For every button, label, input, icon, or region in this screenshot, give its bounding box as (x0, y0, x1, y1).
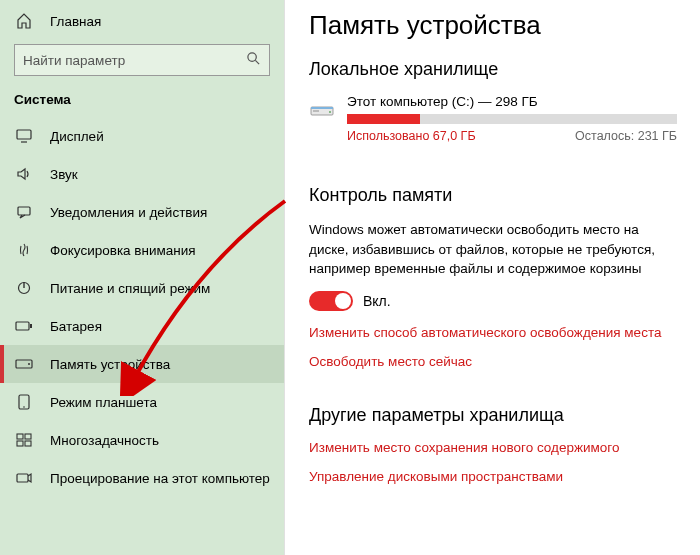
svg-rect-2 (17, 130, 31, 139)
link-free-now[interactable]: Освободить место сейчас (309, 354, 676, 369)
home-label: Главная (50, 14, 101, 29)
storage-progress (347, 114, 677, 124)
svg-point-0 (248, 53, 256, 61)
link-manage-storage-spaces[interactable]: Управление дисковыми пространствами (309, 469, 676, 484)
svg-line-1 (255, 60, 259, 64)
svg-point-20 (329, 111, 331, 113)
home-button[interactable]: Главная (0, 4, 284, 38)
sidebar-item-display[interactable]: Дисплей (0, 117, 284, 155)
storage-icon (14, 359, 34, 369)
sidebar-item-storage[interactable]: Память устройства (0, 345, 284, 383)
svg-point-10 (28, 363, 30, 365)
sidebar-item-label: Память устройства (50, 357, 170, 372)
link-change-auto-free[interactable]: Изменить способ автоматического освобожд… (309, 325, 676, 340)
storage-progress-fill (347, 114, 420, 124)
power-icon (14, 280, 34, 296)
sidebar-item-label: Фокусировка внимания (50, 243, 196, 258)
storage-sense-description: Windows может автоматически освободить м… (309, 220, 676, 279)
drive-block[interactable]: Этот компьютер (C:) — 298 ГБ Использован… (309, 94, 676, 143)
svg-rect-16 (25, 441, 31, 446)
svg-rect-14 (25, 434, 31, 439)
storage-sense-title: Контроль памяти (309, 185, 676, 206)
sidebar: Главная Система Дисплей Звук Уведомления… (0, 0, 285, 555)
drive-meta: Использовано 67,0 ГБ Осталось: 231 ГБ (347, 129, 677, 143)
project-icon (14, 471, 34, 485)
remaining-label: Осталось: 231 ГБ (575, 129, 677, 143)
sidebar-item-label: Звук (50, 167, 78, 182)
sidebar-item-tablet[interactable]: Режим планшета (0, 383, 284, 421)
svg-rect-7 (16, 322, 29, 330)
search-input[interactable] (14, 44, 270, 76)
svg-rect-19 (311, 107, 333, 109)
focus-icon (14, 242, 34, 258)
svg-rect-8 (30, 324, 32, 328)
used-label: Использовано 67,0 ГБ (347, 129, 476, 143)
home-icon (14, 13, 34, 29)
sidebar-item-notifications[interactable]: Уведомления и действия (0, 193, 284, 231)
search-icon (246, 51, 261, 69)
sound-icon (14, 167, 34, 181)
drive-icon (309, 96, 335, 118)
svg-rect-13 (17, 434, 23, 439)
sidebar-item-multitask[interactable]: Многозадачность (0, 421, 284, 459)
svg-rect-15 (17, 441, 23, 446)
tablet-icon (14, 394, 34, 410)
sidebar-item-project[interactable]: Проецирование на этот компьютер (0, 459, 284, 497)
storage-sense-toggle-row: Вкл. (309, 291, 676, 311)
svg-rect-17 (17, 474, 28, 482)
sidebar-item-battery[interactable]: Батарея (0, 307, 284, 345)
sidebar-item-label: Многозадачность (50, 433, 159, 448)
content-pane: Память устройства Локальное хранилище Эт… (285, 0, 700, 555)
link-change-save-location[interactable]: Изменить место сохранения нового содержи… (309, 440, 676, 455)
drive-label: Этот компьютер (C:) — 298 ГБ (347, 94, 677, 109)
multitask-icon (14, 433, 34, 447)
notifications-icon (14, 205, 34, 219)
sidebar-item-label: Уведомления и действия (50, 205, 207, 220)
sidebar-item-label: Проецирование на этот компьютер (50, 471, 270, 486)
svg-point-12 (23, 406, 25, 408)
display-icon (14, 129, 34, 143)
sidebar-item-label: Дисплей (50, 129, 104, 144)
sidebar-item-sound[interactable]: Звук (0, 155, 284, 193)
sidebar-item-label: Режим планшета (50, 395, 157, 410)
svg-rect-21 (313, 110, 319, 112)
storage-sense-toggle[interactable] (309, 291, 353, 311)
other-storage-title: Другие параметры хранилища (309, 405, 676, 426)
sidebar-item-focus[interactable]: Фокусировка внимания (0, 231, 284, 269)
page-title: Память устройства (309, 10, 676, 41)
sidebar-item-label: Питание и спящий режим (50, 281, 210, 296)
svg-rect-4 (18, 207, 30, 215)
sidebar-item-label: Батарея (50, 319, 102, 334)
sidebar-item-power[interactable]: Питание и спящий режим (0, 269, 284, 307)
sidebar-group-header: Система (0, 86, 284, 117)
toggle-label: Вкл. (363, 293, 391, 309)
local-storage-title: Локальное хранилище (309, 59, 676, 80)
search-field[interactable] (23, 53, 223, 68)
battery-icon (14, 320, 34, 332)
